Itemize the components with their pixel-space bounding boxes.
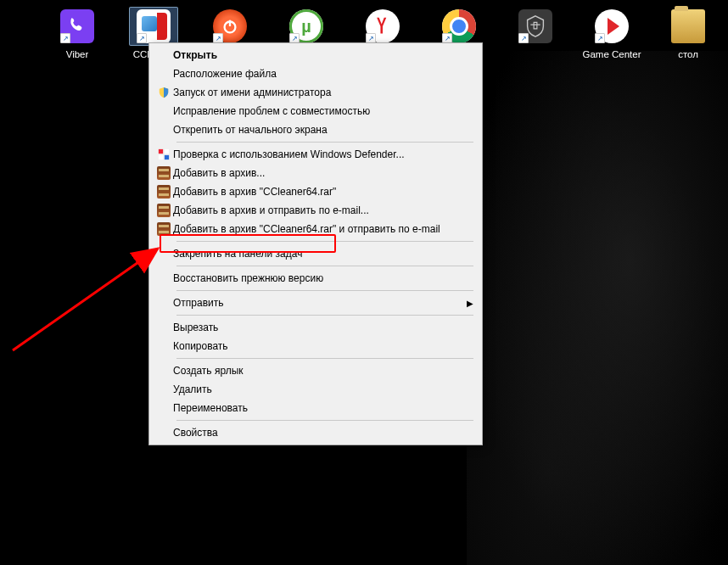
- menu-separator: [176, 142, 473, 143]
- desktop-icon-folder-stol[interactable]: стол: [662, 7, 714, 59]
- desktop-icon-label: Game Center: [582, 49, 641, 59]
- winrar-icon: [154, 221, 173, 237]
- blank-icon: [154, 103, 173, 119]
- desktop-icon-label: Viber: [66, 49, 89, 59]
- menu-item-open[interactable]: Открыть: [151, 46, 480, 64]
- blank-icon: [154, 363, 173, 378]
- desktop-icon-label: стол: [678, 49, 698, 59]
- menu-item-defender-scan[interactable]: Проверка с использованием Windows Defend…: [151, 145, 480, 164]
- menu-item-label: Добавить в архив...: [173, 167, 473, 179]
- menu-item-label: Исправление проблем с совместимостью: [173, 105, 473, 117]
- blank-icon: [154, 122, 173, 137]
- menu-separator: [176, 358, 473, 359]
- blank-icon: [154, 48, 173, 63]
- menu-item-label: Расположение файла: [173, 68, 473, 80]
- menu-item-label: Запуск от имени администратора: [173, 87, 473, 98]
- menu-item-run-as-admin[interactable]: Запуск от имени администратора: [151, 83, 480, 102]
- menu-separator: [176, 290, 473, 291]
- svg-rect-3: [165, 149, 169, 154]
- blank-icon: [154, 246, 173, 261]
- desktop-icon-wot[interactable]: ↗: [509, 7, 562, 59]
- menu-item-label: Открыть: [173, 49, 473, 61]
- menu-item-label: Добавить в архив и отправить по e-mail..…: [173, 204, 473, 216]
- context-menu: Открыть Расположение файла Запуск от име…: [148, 42, 483, 445]
- menu-item-label: Добавить в архив "CCleaner64.rar": [173, 186, 473, 198]
- blank-icon: [154, 295, 173, 310]
- menu-item-label: Удалить: [173, 383, 473, 395]
- desktop-background-texture: [467, 51, 728, 565]
- blank-icon: [154, 320, 173, 335]
- winrar-icon: [154, 184, 173, 199]
- blank-icon: [154, 400, 173, 416]
- menu-item-label: Проверка с использованием Windows Defend…: [173, 148, 473, 160]
- menu-item-add-archive-named[interactable]: Добавить в архив "CCleaner64.rar": [151, 182, 480, 201]
- menu-item-restore-previous[interactable]: Восстановить прежнюю версию: [151, 269, 480, 288]
- blank-icon: [154, 425, 173, 440]
- blank-icon: [154, 271, 173, 286]
- winrar-icon: [154, 165, 173, 181]
- menu-item-create-shortcut[interactable]: Создать ярлык: [151, 361, 480, 380]
- menu-item-add-archive-named-email[interactable]: Добавить в архив "CCleaner64.rar" и отпр…: [151, 220, 480, 238]
- shortcut-arrow-icon: ↗: [518, 33, 529, 43]
- svg-rect-5: [165, 155, 169, 159]
- winrar-icon: [154, 203, 173, 218]
- blank-icon: [154, 66, 173, 81]
- menu-item-label: Открепить от начального экрана: [173, 124, 473, 136]
- menu-item-cut[interactable]: Вырезать: [151, 318, 480, 337]
- menu-item-label: Копировать: [173, 340, 473, 352]
- menu-item-send-to[interactable]: Отправить ▶: [151, 294, 480, 312]
- blank-icon: [154, 338, 173, 354]
- desktop-icon-viber[interactable]: ↗ Viber: [51, 7, 104, 59]
- menu-separator: [176, 315, 473, 316]
- svg-line-6: [13, 249, 158, 350]
- shortcut-arrow-icon: ↗: [595, 33, 605, 43]
- menu-item-label: Отправить: [173, 297, 467, 309]
- menu-item-delete[interactable]: Удалить: [151, 380, 480, 399]
- menu-item-copy[interactable]: Копировать: [151, 337, 480, 355]
- menu-item-label: Вырезать: [173, 322, 473, 333]
- blank-icon: [154, 382, 173, 397]
- menu-item-label: Переименовать: [173, 402, 473, 414]
- menu-item-label: Закрепить на панели задач: [173, 248, 473, 260]
- menu-item-add-archive[interactable]: Добавить в архив...: [151, 164, 480, 182]
- svg-rect-2: [159, 149, 163, 154]
- shortcut-arrow-icon: ↗: [60, 33, 70, 43]
- menu-item-add-archive-email[interactable]: Добавить в архив и отправить по e-mail..…: [151, 201, 480, 220]
- menu-item-rename[interactable]: Переименовать: [151, 399, 480, 417]
- menu-item-pin-taskbar[interactable]: Закрепить на панели задач: [151, 244, 480, 263]
- menu-item-compatibility[interactable]: Исправление проблем с совместимостью: [151, 102, 480, 120]
- menu-separator: [176, 266, 473, 266]
- submenu-arrow-icon: ▶: [467, 299, 473, 308]
- menu-separator: [176, 241, 473, 242]
- menu-separator: [176, 420, 473, 421]
- menu-item-label: Создать ярлык: [173, 365, 473, 377]
- menu-item-file-location[interactable]: Расположение файла: [151, 64, 480, 83]
- uac-shield-icon: [154, 85, 173, 100]
- shortcut-arrow-icon: ↗: [137, 33, 147, 43]
- desktop-icon-game-center[interactable]: ↗ Game Center: [585, 7, 638, 59]
- folder-icon: [671, 9, 705, 43]
- menu-item-label: Восстановить прежнюю версию: [173, 272, 473, 284]
- menu-item-unpin-start[interactable]: Открепить от начального экрана: [151, 120, 480, 139]
- svg-rect-4: [159, 155, 163, 159]
- menu-item-label: Добавить в архив "CCleaner64.rar" и отпр…: [173, 223, 473, 235]
- defender-icon: [154, 147, 173, 162]
- menu-item-properties[interactable]: Свойства: [151, 423, 480, 442]
- menu-item-label: Свойства: [173, 427, 473, 439]
